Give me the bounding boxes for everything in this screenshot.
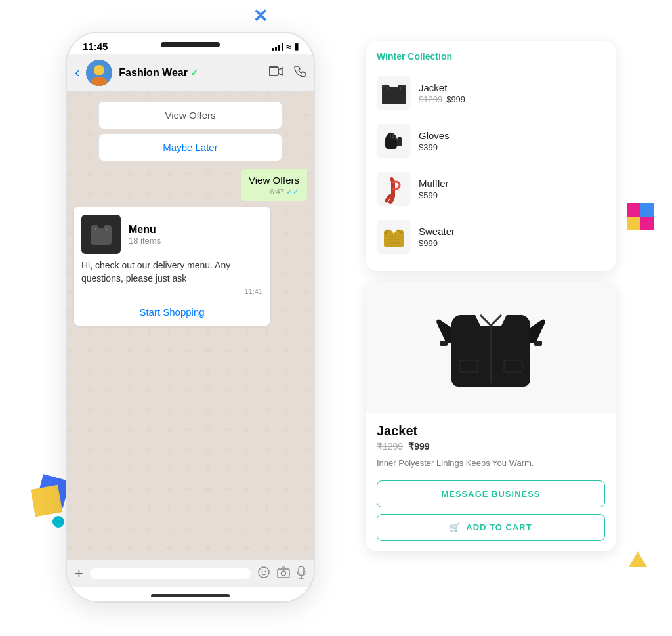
add-to-cart-button[interactable]: 🛒 ADD TO CART bbox=[377, 514, 605, 541]
verified-badge: ✓ bbox=[190, 68, 198, 78]
voice-call-icon[interactable] bbox=[294, 66, 306, 81]
deco-colorblock bbox=[627, 203, 654, 230]
svg-point-4 bbox=[259, 567, 269, 578]
home-indicator-bar bbox=[67, 587, 314, 601]
message-meta: 6:47 ✓✓ bbox=[249, 187, 299, 196]
header-actions bbox=[269, 66, 306, 81]
deco-triangle bbox=[629, 551, 647, 567]
svg-rect-12 bbox=[440, 341, 448, 346]
list-item[interactable]: Jacket $1299 $999 bbox=[377, 70, 605, 117]
chat-input-bar: + bbox=[67, 559, 314, 587]
add-attachment-icon[interactable]: + bbox=[75, 565, 83, 582]
svg-rect-13 bbox=[534, 341, 542, 346]
product-info: Gloves $399 bbox=[419, 130, 605, 152]
view-offers-quick-btn[interactable]: View Offers bbox=[98, 101, 282, 129]
signal-bars bbox=[272, 43, 284, 51]
new-price: $599 bbox=[419, 190, 438, 200]
message-input[interactable] bbox=[90, 568, 251, 579]
svg-point-6 bbox=[265, 570, 266, 572]
message-business-button[interactable]: MESSAGE BUSINESS bbox=[377, 480, 605, 507]
svg-rect-3 bbox=[269, 67, 278, 75]
chat-body: View Offers Maybe Later View Offers 6:47… bbox=[67, 92, 314, 559]
svg-point-8 bbox=[282, 571, 286, 576]
product-prices: $1299 $999 bbox=[419, 95, 605, 104]
start-shopping-btn[interactable]: Start Shopping bbox=[81, 301, 262, 318]
product-detail-body: Jacket ₹1299 ₹999 Inner Polyester Lining… bbox=[366, 413, 616, 551]
add-to-cart-label: ADD TO CART bbox=[466, 522, 532, 532]
battery-icon: ▮ bbox=[294, 41, 298, 51]
product-prices: $599 bbox=[419, 190, 605, 200]
product-name: Sweater bbox=[419, 226, 605, 237]
detail-old-price: ₹1299 bbox=[377, 441, 403, 452]
sticker-icon[interactable] bbox=[257, 566, 270, 582]
product-prices: $999 bbox=[419, 238, 605, 248]
product-card-message: Menu 18 items Hi, check out our delivery… bbox=[74, 207, 270, 326]
svg-rect-7 bbox=[278, 569, 289, 578]
product-thumbnail bbox=[377, 76, 411, 110]
phone-notch bbox=[161, 42, 220, 47]
maybe-later-btn[interactable]: Maybe Later bbox=[98, 133, 282, 161]
product-thumbnail bbox=[377, 124, 411, 158]
product-description: Inner Polyester Linings Keeps You Warm. bbox=[377, 457, 605, 470]
contact-avatar bbox=[86, 60, 112, 86]
product-detail-card: Jacket ₹1299 ₹999 Inner Polyester Lining… bbox=[366, 282, 616, 551]
card-product-image bbox=[81, 215, 121, 254]
product-name: Muffler bbox=[419, 178, 605, 189]
product-thumbnail bbox=[377, 220, 411, 254]
svg-point-1 bbox=[94, 65, 104, 75]
sent-message: View Offers 6:47 ✓✓ bbox=[241, 169, 307, 201]
product-detail-name: Jacket bbox=[377, 423, 605, 438]
list-item[interactable]: Muffler $599 bbox=[377, 165, 605, 213]
new-price: $999 bbox=[419, 238, 438, 248]
contact-name: Fashion Wear ✓ bbox=[119, 67, 262, 79]
list-item[interactable]: Gloves $399 bbox=[377, 117, 605, 165]
deco-teal-circle bbox=[52, 516, 64, 528]
list-item[interactable]: Sweater $999 bbox=[377, 213, 605, 261]
right-panel: Winter Collection Jacket $1299 $999 bbox=[366, 41, 616, 551]
card-product-info: Menu 18 items bbox=[129, 224, 161, 245]
collection-title: Winter Collection bbox=[377, 51, 605, 62]
cart-icon: 🛒 bbox=[450, 522, 461, 532]
product-actions: MESSAGE BUSINESS 🛒 ADD TO CART bbox=[377, 480, 605, 541]
video-call-icon[interactable] bbox=[269, 66, 284, 80]
camera-icon[interactable] bbox=[277, 566, 290, 582]
microphone-icon[interactable] bbox=[297, 566, 306, 582]
product-info: Muffler $599 bbox=[419, 178, 605, 200]
card-title: Menu bbox=[129, 224, 161, 236]
new-price: $999 bbox=[446, 95, 465, 104]
status-icons: ≈ ▮ bbox=[272, 41, 298, 52]
product-prices: $399 bbox=[419, 142, 605, 152]
message-time: 6:47 bbox=[270, 188, 284, 196]
phone-time: 11:45 bbox=[83, 41, 108, 52]
product-name: Gloves bbox=[419, 130, 605, 141]
new-price: $399 bbox=[419, 142, 438, 152]
card-subtitle: 18 items bbox=[129, 236, 161, 245]
close-icon[interactable]: ✕ bbox=[253, 5, 268, 27]
card-description: Hi, check out our delivery menu. Any que… bbox=[81, 259, 262, 285]
svg-point-5 bbox=[262, 570, 263, 572]
sent-message-text: View Offers bbox=[249, 175, 299, 186]
product-detail-prices: ₹1299 ₹999 bbox=[377, 441, 605, 452]
quick-reply-buttons: View Offers Maybe Later bbox=[74, 101, 307, 161]
card-time: 11:41 bbox=[244, 287, 262, 295]
wifi-icon: ≈ bbox=[286, 41, 291, 52]
back-button[interactable]: ‹ bbox=[75, 64, 79, 81]
contact-info: Fashion Wear ✓ bbox=[119, 67, 262, 79]
product-detail-image bbox=[366, 282, 616, 413]
message-ticks: ✓✓ bbox=[286, 187, 299, 196]
card-header: Menu 18 items bbox=[81, 215, 262, 254]
svg-rect-9 bbox=[299, 566, 304, 574]
product-thumbnail bbox=[377, 172, 411, 206]
product-info: Sweater $999 bbox=[419, 226, 605, 248]
deco-yellow-square bbox=[31, 485, 63, 517]
product-info: Jacket $1299 $999 bbox=[419, 82, 605, 104]
product-list-card: Winter Collection Jacket $1299 $999 bbox=[366, 41, 616, 271]
home-indicator bbox=[151, 594, 230, 597]
phone-mockup: 11:45 ≈ ▮ ‹ Fashion Wear bbox=[66, 32, 315, 603]
old-price: $1299 bbox=[419, 95, 442, 104]
product-name: Jacket bbox=[419, 82, 605, 93]
detail-new-price: ₹999 bbox=[408, 441, 429, 452]
chat-header: ‹ Fashion Wear ✓ bbox=[67, 54, 314, 92]
